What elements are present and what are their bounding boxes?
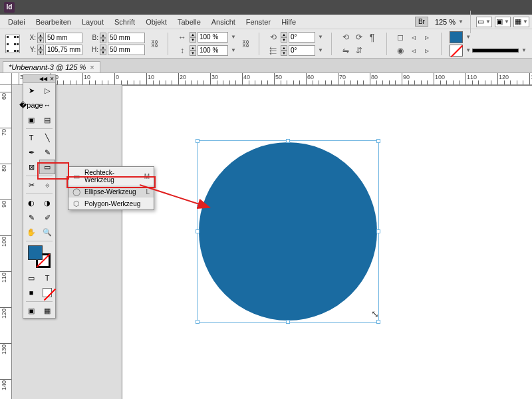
document-tab[interactable]: *Unbenannt-3 @ 125 % × — [3, 61, 100, 72]
select-prev2-icon[interactable]: ◃ — [408, 45, 420, 57]
gradient-swatch-icon[interactable]: ◐ — [23, 196, 39, 210]
scale-y-field[interactable] — [198, 45, 228, 56]
apply-color-icon[interactable]: ■ — [23, 285, 39, 300]
frame-tool-icon[interactable]: ⊠ — [23, 160, 39, 174]
ruler-corner[interactable] — [0, 73, 12, 85]
formatting-text-icon[interactable]: T — [39, 271, 55, 285]
width-field[interactable] — [108, 33, 145, 43]
menu-hilfe[interactable]: Hilfe — [276, 18, 301, 26]
view-mode-preview-icon[interactable]: ▦ — [39, 303, 55, 318]
ellipse-icon: ◯ — [72, 188, 80, 196]
gradient-feather-icon[interactable]: ◑ — [39, 196, 55, 210]
resize-handle[interactable] — [196, 320, 200, 324]
view-mode-icon-3[interactable]: ▦▼ — [513, 17, 529, 27]
resize-handle[interactable] — [376, 139, 380, 143]
formatting-container-icon[interactable]: ▭ — [23, 271, 39, 285]
flyout-item-label: Polygon-Werkzeug — [84, 200, 146, 207]
eyedropper-tool-icon[interactable]: ✐ — [39, 210, 55, 225]
resize-handle[interactable] — [286, 139, 290, 143]
selection-tool-icon[interactable]: ➤ — [23, 83, 39, 98]
flip-v-icon[interactable]: ⇵ — [353, 45, 365, 57]
flyout-item-shortcut: M — [144, 173, 150, 180]
resize-handle[interactable] — [286, 320, 290, 324]
flyout-item-label: Ellipse-Werkzeug — [84, 188, 142, 196]
rectangle-tool-icon[interactable]: ▭ — [39, 160, 55, 174]
close-icon[interactable]: × — [90, 63, 94, 71]
flyout-polygon[interactable]: ⬡ Polygon-Werkzeug — [68, 198, 154, 209]
menu-ansicht[interactable]: Ansicht — [206, 18, 241, 26]
flyout-item-shortcut: L — [146, 188, 150, 196]
apply-none-icon[interactable] — [39, 285, 55, 300]
view-mode-icon-1[interactable]: ▭▼ — [476, 17, 492, 27]
canvas[interactable]: ⤡ — [12, 85, 532, 399]
tools-panel: ◀◀ × ➤ ▷ �page ↔ ▣ ▤ T ╲ ✒ ✎ ⊠ ▭ ✂ ⟐ — [23, 74, 56, 319]
reference-point-widget[interactable] — [5, 35, 20, 53]
select-container-icon[interactable]: ◻ — [394, 31, 406, 43]
line-tool-icon[interactable]: ╲ — [39, 130, 55, 145]
fill-stroke-widget[interactable] — [28, 245, 51, 268]
menu-schrift[interactable]: Schrift — [109, 18, 140, 26]
type-tool-icon[interactable]: T — [23, 130, 39, 145]
control-bar: X:▲▼ Y:▲▼ B:▲▼ H:▲▼ ⛓ ↔▲▼▼ ↕▲▼▼ ⛓ ⟲▲▼▼ ⬱… — [0, 29, 532, 59]
rectangle-icon: ▭ — [72, 172, 80, 180]
bridge-badge[interactable]: Br — [415, 17, 428, 27]
zoom-level[interactable]: 125 % ▼ — [435, 18, 464, 26]
y-label: Y: — [25, 46, 36, 53]
menu-datei[interactable]: Datei — [3, 18, 31, 26]
select-next-icon[interactable]: ▹ — [421, 31, 433, 43]
link-scale-icon[interactable]: ⛓ — [241, 38, 251, 50]
flip-h-icon[interactable]: ⇋ — [340, 45, 352, 57]
menu-layout[interactable]: Layout — [76, 18, 109, 26]
menu-bearbeiten[interactable]: Bearbeiten — [31, 18, 76, 26]
view-mode-normal-icon[interactable]: ▣ — [23, 303, 39, 318]
content-placer-icon[interactable]: ▤ — [39, 112, 55, 127]
rotate-ccw-icon[interactable]: ⟲ — [340, 31, 352, 43]
polygon-icon: ⬡ — [72, 200, 80, 207]
menu-tabelle[interactable]: Tabelle — [172, 18, 206, 26]
document-tab-title: *Unbenannt-3 @ 125 % — [9, 63, 86, 71]
page-tool-icon[interactable]: �page — [23, 98, 39, 112]
x-field[interactable] — [45, 33, 82, 43]
resize-handle[interactable] — [196, 139, 200, 143]
flyout-rectangle[interactable]: ▭ Rechteck-Werkzeug M — [68, 167, 154, 186]
link-wh-icon[interactable]: ⛓ — [150, 38, 160, 50]
pen-tool-icon[interactable]: ✒ — [23, 145, 39, 160]
collapse-icon[interactable]: ◀◀ — [39, 76, 47, 82]
view-mode-icon-2[interactable]: ▣▼ — [495, 17, 511, 27]
zoom-value: 125 % — [435, 18, 456, 26]
tools-panel-header[interactable]: ◀◀ × — [23, 75, 55, 83]
resize-handle[interactable] — [196, 229, 200, 233]
shear-field[interactable] — [289, 45, 315, 56]
content-collector-icon[interactable]: ▣ — [23, 112, 39, 127]
menu-fenster[interactable]: Fenster — [241, 18, 276, 26]
direct-selection-tool-icon[interactable]: ▷ — [39, 83, 55, 98]
fill-color-swatch[interactable] — [450, 31, 463, 43]
menu-objekt[interactable]: Objekt — [140, 18, 172, 26]
close-icon[interactable]: × — [50, 75, 54, 82]
ruler-vertical[interactable]: 60708090100110120130140 — [0, 85, 12, 399]
fill-swatch[interactable] — [28, 245, 43, 260]
paragraph-icon[interactable]: ¶ — [366, 31, 378, 43]
height-field[interactable] — [108, 45, 145, 55]
select-next2-icon[interactable]: ▹ — [421, 45, 433, 57]
pencil-tool-icon[interactable]: ✎ — [39, 145, 55, 160]
stroke-none-swatch[interactable] — [450, 45, 463, 57]
select-content-icon[interactable]: ◉ — [394, 45, 406, 57]
flyout-ellipse[interactable]: ◯ Ellipse-Werkzeug L — [68, 186, 154, 198]
resize-handle[interactable] — [376, 320, 380, 324]
rotate-cw-icon[interactable]: ⟳ — [353, 31, 365, 43]
scissors-tool-icon[interactable]: ✂ — [23, 178, 39, 192]
scale-x-field[interactable] — [198, 32, 228, 43]
h-label: H: — [88, 46, 98, 53]
stroke-style-bar[interactable] — [472, 49, 519, 53]
zoom-tool-icon[interactable]: 🔍 — [39, 225, 55, 239]
y-field[interactable] — [45, 45, 82, 55]
note-tool-icon[interactable]: ✎ — [23, 210, 39, 225]
gap-tool-icon[interactable]: ↔ — [39, 98, 55, 112]
ruler-horizontal[interactable]: 3020100102030405060708090100110120130 — [12, 73, 532, 85]
resize-handle[interactable] — [376, 229, 380, 233]
hand-tool-icon[interactable]: ✋ — [23, 225, 39, 239]
rotate-field[interactable] — [289, 32, 315, 43]
select-prev-icon[interactable]: ◃ — [408, 31, 420, 43]
free-transform-icon[interactable]: ⟐ — [39, 178, 55, 192]
